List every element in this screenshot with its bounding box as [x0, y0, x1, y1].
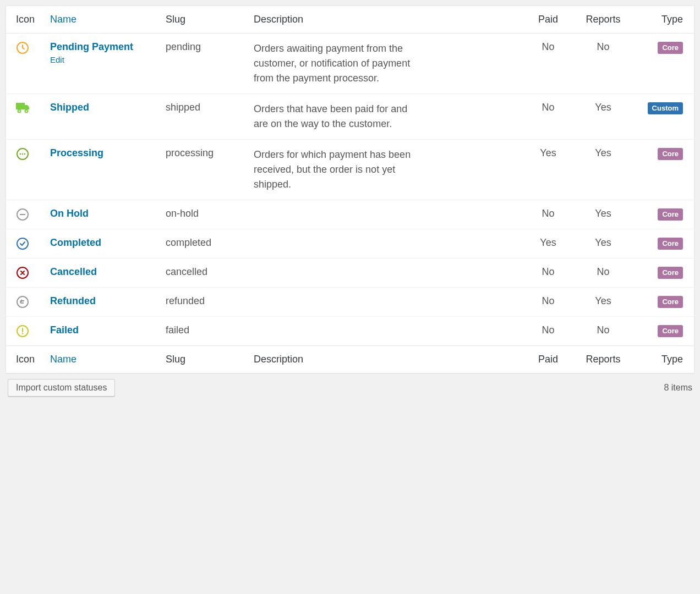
custom-badge: Custom — [648, 102, 683, 114]
status-paid: No — [523, 200, 573, 229]
status-name-link[interactable]: Processing — [50, 147, 103, 158]
core-badge: Core — [658, 325, 683, 337]
svg-point-2 — [18, 110, 21, 113]
status-name-link[interactable]: Failed — [50, 324, 79, 336]
status-reports: Yes — [573, 94, 633, 140]
col-header-name[interactable]: Name — [45, 6, 160, 34]
table-row: FailedfailedNoNoCore — [6, 317, 694, 346]
status-reports: No — [573, 317, 633, 346]
col-footer-paid: Paid — [523, 346, 573, 373]
table-nav-bottom: Import custom statuses 8 items — [6, 373, 694, 402]
status-description — [248, 229, 523, 258]
core-badge: Core — [658, 208, 683, 221]
status-name-cell: Refunded — [45, 288, 160, 317]
core-badge: Core — [658, 238, 683, 250]
status-name-link[interactable]: On Hold — [50, 208, 89, 219]
status-paid: Yes — [523, 229, 573, 258]
status-slug: pending — [160, 34, 248, 94]
status-name-cell: Shipped — [45, 94, 160, 140]
status-slug: on-hold — [160, 200, 248, 229]
minus-icon — [6, 200, 45, 229]
status-type: Core — [633, 200, 694, 229]
clock-icon — [6, 34, 45, 94]
status-description: Orders awaiting payment from the custome… — [248, 34, 523, 94]
status-name-cell: Pending PaymentEdit — [45, 34, 160, 94]
status-slug: cancelled — [160, 258, 248, 288]
status-reports: Yes — [573, 200, 633, 229]
table-row: CompletedcompletedYesYesCore — [6, 229, 694, 258]
table-footer-row: Icon Name Slug Description Paid Reports … — [6, 346, 694, 373]
status-reports: No — [573, 258, 633, 288]
core-badge: Core — [658, 296, 683, 308]
col-header-paid: Paid — [523, 6, 573, 34]
status-paid: No — [523, 94, 573, 140]
status-type: Core — [633, 229, 694, 258]
status-description: Orders for which payment has been receiv… — [248, 140, 523, 200]
status-name-cell: Cancelled — [45, 258, 160, 288]
edit-link[interactable]: Edit — [50, 55, 64, 64]
col-footer-slug: Slug — [160, 346, 248, 373]
dots-icon — [6, 140, 45, 200]
status-type: Core — [633, 288, 694, 317]
status-paid: No — [523, 258, 573, 288]
status-name-link[interactable]: Cancelled — [50, 266, 97, 277]
core-badge: Core — [658, 267, 683, 279]
row-actions: Edit — [50, 55, 155, 64]
status-slug: processing — [160, 140, 248, 200]
status-table: Icon Name Slug Description Paid Reports … — [6, 6, 694, 373]
col-header-reports: Reports — [573, 6, 633, 34]
col-footer-reports: Reports — [573, 346, 633, 373]
status-paid: No — [523, 34, 573, 94]
table-header-row: Icon Name Slug Description Paid Reports … — [6, 6, 694, 34]
status-description — [248, 317, 523, 346]
status-description — [248, 288, 523, 317]
status-description — [248, 258, 523, 288]
status-name-link[interactable]: Refunded — [50, 295, 96, 306]
svg-point-10 — [17, 238, 28, 249]
status-paid: No — [523, 317, 573, 346]
table-row: Pending PaymentEditpendingOrders awaitin… — [6, 34, 694, 94]
svg-point-5 — [20, 153, 21, 155]
col-footer-description: Description — [248, 346, 523, 373]
table-row: ShippedshippedOrders that have been paid… — [6, 94, 694, 140]
status-slug: completed — [160, 229, 248, 258]
status-description: Orders that have been paid for and are o… — [248, 94, 523, 140]
svg-rect-1 — [16, 103, 25, 109]
status-paid: Yes — [523, 140, 573, 200]
status-name-link[interactable]: Pending Payment — [50, 41, 133, 52]
status-type: Core — [633, 317, 694, 346]
status-reports: No — [573, 34, 633, 94]
status-type: Core — [633, 258, 694, 288]
core-badge: Core — [658, 148, 683, 160]
table-row: CancelledcancelledNoNoCore — [6, 258, 694, 288]
col-header-icon: Icon — [6, 6, 45, 34]
truck-icon — [6, 94, 45, 140]
core-badge: Core — [658, 42, 683, 54]
status-name-cell: On Hold — [45, 200, 160, 229]
svg-point-15 — [22, 333, 24, 334]
status-name-link[interactable]: Shipped — [50, 102, 89, 113]
col-footer-type: Type — [633, 346, 694, 373]
status-paid: No — [523, 288, 573, 317]
check-icon — [6, 229, 45, 258]
col-footer-icon: Icon — [6, 346, 45, 373]
cross-icon — [6, 258, 45, 288]
status-description — [248, 200, 523, 229]
status-reports: Yes — [573, 288, 633, 317]
svg-point-6 — [22, 153, 24, 155]
status-type: Core — [633, 140, 694, 200]
status-reports: Yes — [573, 140, 633, 200]
status-type: Core — [633, 34, 694, 94]
col-header-slug: Slug — [160, 6, 248, 34]
col-footer-name[interactable]: Name — [45, 346, 160, 373]
items-count: 8 items — [664, 383, 692, 393]
col-header-type: Type — [633, 6, 694, 34]
table-row: On Holdon-holdNoYesCore — [6, 200, 694, 229]
status-name-cell: Failed — [45, 317, 160, 346]
table-row: ProcessingprocessingOrders for which pay… — [6, 140, 694, 200]
status-reports: Yes — [573, 229, 633, 258]
svg-point-3 — [25, 110, 28, 113]
import-custom-statuses-button[interactable]: Import custom statuses — [8, 379, 115, 397]
status-name-cell: Processing — [45, 140, 160, 200]
status-name-link[interactable]: Completed — [50, 237, 101, 248]
